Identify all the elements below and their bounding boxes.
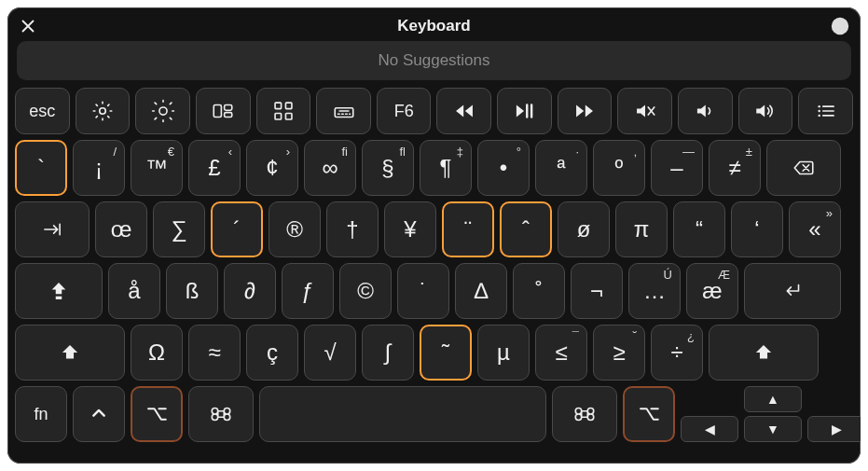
infinity-key[interactable]: fi∞	[304, 140, 356, 196]
volume-down-key[interactable]	[678, 88, 733, 134]
division-key-label: ÷	[670, 339, 682, 366]
bullet-key[interactable]: °•	[477, 140, 530, 196]
less-equal-key[interactable]: ¯≤	[535, 325, 587, 381]
circumflex-dead-key[interactable]: ˆ	[500, 201, 552, 257]
partial-diff-key[interactable]: ∂	[224, 263, 276, 319]
section-key[interactable]: fl§	[362, 140, 414, 196]
registered-key[interactable]: ®	[269, 201, 321, 257]
list-key[interactable]	[798, 88, 853, 134]
fast-forward-key[interactable]	[558, 88, 613, 134]
yen-key[interactable]: ¥	[384, 201, 436, 257]
pi-key[interactable]: π	[615, 201, 668, 257]
left-arrow-key[interactable]: ◀	[681, 416, 738, 442]
greater-equal-key[interactable]: ˘≥	[593, 325, 645, 381]
window-title: Keyboard	[41, 17, 827, 35]
section-key-label: §	[381, 155, 393, 181]
caps-lock-key[interactable]	[15, 263, 103, 319]
masculine-ordinal-key[interactable]: ‚º	[593, 140, 645, 196]
florin-key[interactable]: ƒ	[282, 263, 334, 319]
integral-key[interactable]: ∫	[362, 325, 414, 381]
acute-dead-key[interactable]: ´	[211, 201, 263, 257]
increment-key[interactable]: ∆	[455, 263, 507, 319]
o-stroke-key[interactable]: ø	[558, 201, 610, 257]
svg-rect-6	[214, 105, 221, 118]
volume-up-key[interactable]	[738, 88, 793, 134]
feminine-ordinal-key[interactable]: ·ª	[535, 140, 587, 196]
right-command-key[interactable]	[552, 386, 617, 442]
sharp-s-key[interactable]: ß	[166, 263, 218, 319]
sigma-key[interactable]: ∑	[153, 201, 205, 257]
up-arrow-key[interactable]: ▲	[744, 386, 802, 412]
mission-control-key[interactable]	[196, 88, 251, 134]
inverted-exclaim-key[interactable]: /¡	[73, 140, 125, 196]
backspace-key[interactable]	[766, 140, 841, 196]
less-equal-key-label: ≤	[555, 339, 567, 366]
mu-key[interactable]: µ	[477, 325, 530, 381]
grave-key[interactable]: `	[15, 140, 67, 196]
trademark-key-label: ™	[145, 155, 168, 181]
brightness-up-key[interactable]	[135, 88, 190, 134]
space-key[interactable]	[259, 386, 546, 442]
ring-above-key[interactable]: ˚	[513, 263, 565, 319]
keyboard-backlight-key[interactable]	[316, 88, 371, 134]
svg-point-16	[818, 115, 820, 117]
down-arrow-key[interactable]: ▼	[744, 416, 802, 442]
trademark-key[interactable]: €™	[131, 140, 183, 196]
copyright-key[interactable]: ©	[339, 263, 392, 319]
en-dash-key[interactable]: —–	[651, 140, 703, 196]
number-row: `/¡€™‹£›¢fi∞fl§‡¶°•·ª‚º—–±≠	[15, 140, 853, 196]
more-icon[interactable]	[827, 13, 853, 39]
play-pause-key[interactable]	[497, 88, 552, 134]
right-option-key[interactable]	[623, 386, 675, 442]
right-arrow-key[interactable]: ▶	[807, 416, 861, 442]
florin-key-label: ƒ	[301, 278, 313, 304]
approx-key[interactable]: ≈	[188, 325, 241, 381]
not-equal-key[interactable]: ±≠	[709, 140, 761, 196]
pound-key-label: £	[208, 155, 220, 181]
ellipsis-key-sup: Ú	[664, 268, 672, 282]
left-option-key[interactable]	[131, 386, 183, 442]
dagger-key[interactable]: †	[326, 201, 379, 257]
c-cedilla-key[interactable]: ç	[246, 325, 298, 381]
pilcrow-key[interactable]: ‡¶	[420, 140, 472, 196]
left-guillemet-key[interactable]: »«	[789, 201, 841, 257]
suggestions-text: No Suggestions	[378, 51, 489, 70]
rewind-key[interactable]	[436, 88, 491, 134]
sqrt-key[interactable]: √	[304, 325, 356, 381]
brightness-down-key[interactable]	[76, 88, 131, 134]
cent-key[interactable]: ›¢	[246, 140, 298, 196]
omega-key[interactable]: Ω	[131, 325, 183, 381]
left-command-key[interactable]	[188, 386, 254, 442]
titlebar: Keyboard	[15, 13, 853, 39]
mute-key[interactable]	[617, 88, 672, 134]
division-key[interactable]: ¿÷	[651, 325, 703, 381]
close-icon[interactable]	[15, 13, 41, 39]
dot-above-key[interactable]: ˙	[397, 263, 449, 319]
open-single-quote-key[interactable]: ‘	[731, 201, 783, 257]
left-guillemet-key-label: «	[808, 216, 820, 242]
a-ring-key[interactable]: å	[108, 263, 160, 319]
escape-key[interactable]: esc	[15, 88, 70, 134]
diaeresis-dead-key[interactable]: ¨	[442, 201, 494, 257]
inverted-exclaim-key-sup: /	[113, 145, 117, 159]
not-sign-key[interactable]: ¬	[571, 263, 623, 319]
oe-key[interactable]: œ	[95, 201, 147, 257]
keyboard-rows: escF6 `/¡€™‹£›¢fi∞fl§‡¶°•·ª‚º—–±≠ œ∑´®†¥…	[15, 88, 853, 442]
control-key[interactable]	[73, 386, 125, 442]
tab-key[interactable]	[15, 201, 90, 257]
launchpad-key[interactable]	[256, 88, 311, 134]
fn-key[interactable]: fn	[15, 386, 67, 442]
left-shift-key[interactable]	[15, 325, 125, 381]
c-cedilla-key-label: ç	[267, 339, 278, 366]
f6-key[interactable]: F6	[377, 88, 432, 134]
svg-rect-9	[275, 103, 282, 109]
open-double-quote-key[interactable]: “	[673, 201, 725, 257]
tilde-dead-key[interactable]: ˜	[420, 325, 472, 381]
ellipsis-key[interactable]: Ú…	[628, 263, 681, 319]
return-key[interactable]	[744, 263, 841, 319]
ae-key[interactable]: Ææ	[686, 263, 738, 319]
registered-key-label: ®	[286, 216, 303, 242]
svg-rect-7	[225, 105, 232, 111]
right-shift-key[interactable]	[709, 325, 819, 381]
pound-key[interactable]: ‹£	[188, 140, 241, 196]
